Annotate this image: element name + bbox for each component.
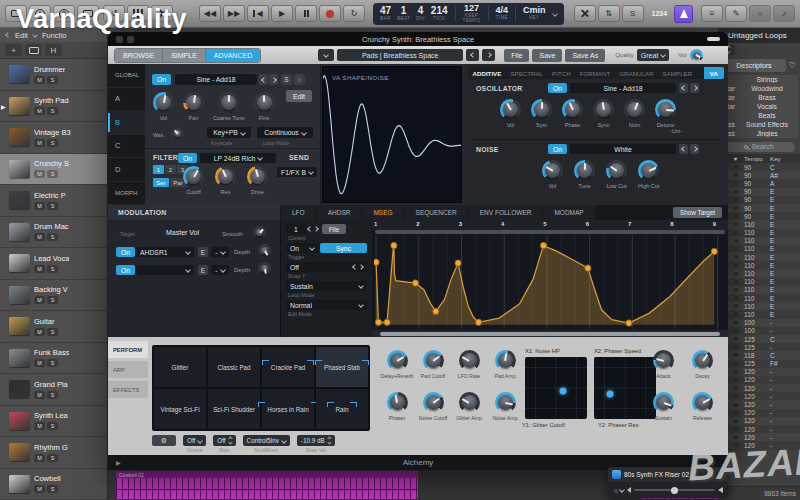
loop-row[interactable]: 120 -	[718, 433, 800, 441]
favorite-checkbox[interactable]	[734, 321, 738, 325]
favorite-checkbox[interactable]	[734, 386, 738, 390]
no-overlap-button[interactable]	[574, 5, 596, 22]
perform-control-value[interactable]: Control5Inv	[243, 435, 290, 446]
snap-select[interactable]: Off	[286, 262, 367, 272]
favorite-checkbox[interactable]	[734, 263, 738, 267]
modulator-tab[interactable]: AHDSR	[317, 205, 362, 220]
track-name[interactable]: Rhythm G	[34, 443, 68, 452]
quality-select[interactable]: Great	[637, 49, 670, 61]
perform-tab[interactable]: ARP	[108, 361, 148, 378]
loop-row[interactable]: 120 -	[718, 400, 800, 408]
save-as-button[interactable]: Save As	[565, 49, 605, 62]
track-name[interactable]: Vintage B3	[34, 128, 71, 137]
loop-row[interactable]: 120 -	[718, 368, 800, 376]
favorite-checkbox[interactable]	[734, 288, 738, 292]
snapshot-pad[interactable]: Rain	[316, 389, 368, 429]
source-solo-button[interactable]: S	[281, 74, 292, 85]
osc-prev-button[interactable]	[679, 83, 688, 93]
noise-knob[interactable]	[542, 160, 563, 181]
loop-row[interactable]: 16 125 C	[718, 335, 800, 343]
perform-knob[interactable]	[387, 392, 408, 413]
favorite-checkbox[interactable]	[734, 353, 738, 357]
mute-button[interactable]: M	[34, 454, 45, 462]
track-row[interactable]: ▶ Vintage B3 M S	[0, 122, 107, 154]
loop-row[interactable]: 110 E	[718, 220, 800, 228]
mute-button[interactable]: M	[34, 265, 45, 273]
loop-button[interactable]: ↻	[343, 5, 365, 22]
engine-tab[interactable]: SAMPLER	[658, 70, 697, 77]
loop-mode-select[interactable]: Sustain	[286, 281, 367, 291]
source-edit-button[interactable]: Edit	[286, 90, 312, 102]
edit-mode-select[interactable]: Normal	[286, 300, 367, 310]
keyscale-select[interactable]: Key+PB	[207, 127, 251, 138]
adsr-knob[interactable]	[653, 392, 674, 413]
filter-type-select[interactable]: LP 24dB Rich	[200, 153, 276, 163]
snapshot-pad[interactable]: Sci-Fi Shudder	[208, 389, 260, 429]
track-name[interactable]: Synth Pad	[34, 96, 69, 105]
loop-row[interactable]: 16 90 A#	[718, 171, 800, 179]
mod-edit-button[interactable]: E	[198, 247, 208, 257]
tag-right[interactable]: Brass	[736, 94, 798, 101]
note-pads-button[interactable]: ✎	[725, 5, 747, 22]
solo-button[interactable]: S	[47, 391, 58, 399]
loop-row[interactable]: 90 E	[718, 188, 800, 196]
add-track-button[interactable]: +	[5, 44, 22, 56]
preview-settings-button[interactable]: ☼	[613, 487, 624, 494]
depth-knob[interactable]	[258, 244, 271, 257]
wait-knob[interactable]	[171, 127, 184, 140]
track-row[interactable]: ▶ Guitar M S	[0, 311, 107, 343]
mseg-zoom-strip[interactable]	[375, 230, 725, 234]
mod-via-select[interactable]: -	[211, 247, 229, 257]
show-target-button[interactable]: Show Target	[673, 207, 722, 218]
solo-button[interactable]: S	[47, 485, 58, 493]
loop-row[interactable]: 120 -	[718, 376, 800, 384]
modulator-tab[interactable]: LFO	[281, 205, 316, 220]
favorite-checkbox[interactable]	[734, 411, 738, 415]
loop-row[interactable]: 16 110 E	[718, 229, 800, 237]
send-select[interactable]: F1/FX B	[277, 167, 317, 177]
view-tab[interactable]: BROWSE	[115, 49, 163, 62]
oscillator-knob[interactable]	[624, 99, 645, 120]
solo-button[interactable]: S	[47, 139, 58, 147]
filter-knob[interactable]	[215, 166, 236, 187]
favorite-checkbox[interactable]	[734, 239, 738, 243]
mute-button[interactable]: M	[34, 170, 45, 178]
pause-button[interactable]	[295, 5, 317, 22]
duplicate-track-button[interactable]	[25, 44, 42, 56]
record-button[interactable]	[319, 5, 341, 22]
expand-icon[interactable]: ▶	[116, 459, 121, 466]
list-editors-button[interactable]: ≡	[701, 5, 723, 22]
oscillator-wave-select[interactable]: Sine - Add18	[570, 83, 676, 93]
loop-table-header[interactable]: Beats ♥ Tempo Key	[718, 154, 800, 163]
tag-right[interactable]: Strings	[736, 76, 798, 83]
source-rail-item[interactable]: GLOBAL	[108, 64, 145, 88]
mod-source-select[interactable]	[136, 265, 194, 275]
favorite-checkbox[interactable]	[734, 280, 738, 284]
master-volume-knob[interactable]	[690, 49, 703, 62]
track-row[interactable]: ▶ Funk Bass M S	[0, 343, 107, 375]
solo-button[interactable]: S	[47, 265, 58, 273]
noise-knob[interactable]	[606, 160, 627, 181]
engine-tab[interactable]: FORMANT	[575, 70, 615, 77]
engine-tab[interactable]: ADDITIVE	[468, 70, 506, 77]
noise-type-select[interactable]: White	[570, 144, 676, 154]
track-row[interactable]: ▶ Drum Mac M S	[0, 217, 107, 249]
mute-button[interactable]: M	[34, 76, 45, 84]
mod-row-on-button[interactable]: On	[116, 247, 135, 257]
tag-right[interactable]: Sound Effects	[736, 121, 798, 128]
track-row[interactable]: ▶ Electric P M S	[0, 185, 107, 217]
mseg-file-button[interactable]: File	[322, 224, 346, 234]
favorite-checkbox[interactable]	[734, 198, 738, 202]
favorite-checkbox[interactable]	[734, 255, 738, 259]
engine-tab[interactable]: VA	[704, 67, 724, 79]
engine-tab[interactable]: SPECTRAL	[506, 70, 548, 77]
snapshot-pad[interactable]: Vintage Sci-Fi	[154, 389, 206, 429]
source-link-button[interactable]: ○	[294, 74, 305, 85]
track-name[interactable]: Lead Voca	[34, 254, 69, 263]
engine-tab[interactable]: GRANULAR	[615, 70, 658, 77]
perform-knob[interactable]	[459, 392, 480, 413]
tag-right[interactable]: Jingles	[736, 130, 798, 137]
loop-row[interactable]: 110 E	[718, 278, 800, 286]
snapshot-pad[interactable]: Horses in Rain	[262, 389, 314, 429]
serial-button[interactable]: Ser	[153, 178, 169, 187]
